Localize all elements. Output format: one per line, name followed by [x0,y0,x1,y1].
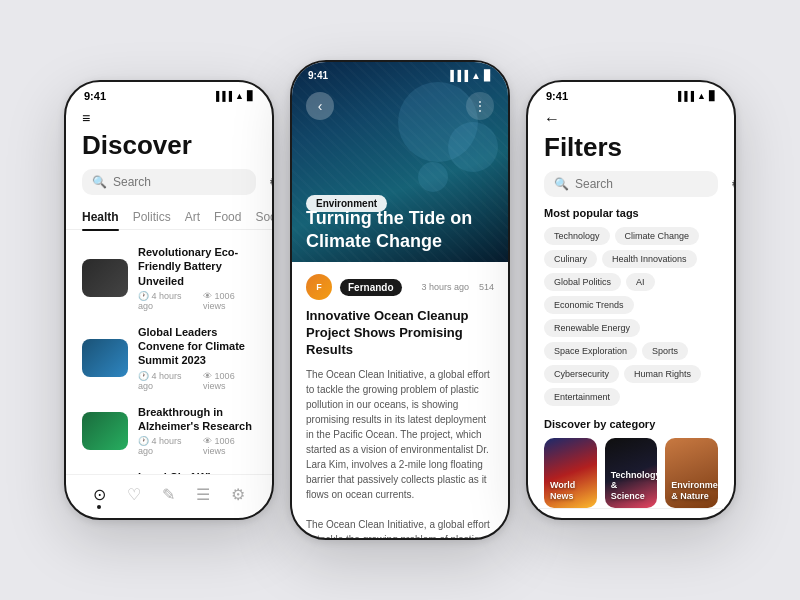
filters-search-input[interactable] [575,177,725,191]
home-nav-right[interactable]: ⊙ [555,519,568,520]
tab-food[interactable]: Food [214,205,241,229]
phone-filters: 9:41 ▐▐▐ ▲ ▊ ← Filters 🔍 ⚙ Most popular … [526,80,736,520]
article-views: 514 [479,282,494,292]
hero-controls: ‹ ⋮ [306,92,494,120]
status-time-center: 9:41 [308,70,328,81]
filters-search-icon: 🔍 [554,177,569,191]
news-info-2: Global Leaders Convene for Climate Summi… [138,325,256,391]
article-body: The Ocean Clean Initiative, a global eff… [306,367,494,538]
news-item-4[interactable]: Local Chef Wins International Culinary A… [66,463,272,474]
categories-section-label: Discover by category [528,418,734,430]
write-nav-right[interactable]: ✎ [624,519,637,520]
tag-health-innovations[interactable]: Health Innovations [602,250,697,268]
article-hero: 9:41 ▐▐▐ ▲ ▊ ‹ ⋮ Environment Turning the… [292,62,508,262]
news-item-1[interactable]: Revolutionary Eco-Friendly Battery Unvei… [66,238,272,318]
status-icons-left: ▐▐▐ ▲ ▊ [213,91,254,101]
tag-entertainment[interactable]: Entertainment [544,388,620,406]
battery-icon: ▊ [247,91,254,101]
news-thumb-3 [82,412,128,450]
category-world-news[interactable]: World News [544,438,597,508]
tag-ai[interactable]: AI [626,273,655,291]
discover-search-bar: 🔍 ⚙ [82,169,256,195]
news-views-1: 👁 1006 views [203,291,256,311]
article-meta: 3 hours ago 514 [421,282,494,292]
back-button[interactable]: ‹ [306,92,334,120]
tag-cybersecurity[interactable]: Cybersecurity [544,365,619,383]
signal-icon-right: ▐▐▐ [675,91,694,101]
search-input[interactable] [113,175,263,189]
filters-search-bar: 🔍 ⚙ [544,171,718,197]
article-hero-title: Turning the Tide on Climate Change [306,207,494,252]
discover-title: Discover [82,130,256,161]
settings-nav-right[interactable]: ⚙ [693,519,707,520]
news-item-3[interactable]: Breakthrough in Alzheimer's Research 🕐 4… [66,398,272,464]
article-content: F Fernando 3 hours ago 514 Innovative Oc… [292,262,508,538]
tag-climate-change[interactable]: Climate Change [615,227,700,245]
category-cards: World News Technology & Science Environm… [544,438,718,508]
tag-sports[interactable]: Sports [642,342,688,360]
signal-icon-center: ▐▐▐ [447,70,468,81]
tag-economic-trends[interactable]: Economic Trends [544,296,634,314]
hamburger-menu[interactable]: ≡ [82,110,256,126]
article-headline: Innovative Ocean Cleanup Project Shows P… [306,308,494,359]
tab-health[interactable]: Health [82,205,119,229]
tag-culinary[interactable]: Culinary [544,250,597,268]
status-time-right: 9:41 [546,90,568,102]
search-icon: 🔍 [92,175,107,189]
home-nav-icon[interactable]: ⊙ [93,485,106,504]
status-icons-right: ▐▐▐ ▲ ▊ [675,91,716,101]
tag-global-politics[interactable]: Global Politics [544,273,621,291]
tab-social[interactable]: Social [255,205,274,229]
tag-renewable-energy[interactable]: Renewable Energy [544,319,640,337]
likes-nav-icon[interactable]: ♡ [127,485,141,504]
news-thumb-2 [82,339,128,377]
category-env-label: Environment & Nature [671,480,712,502]
tags-section-label: Most popular tags [528,207,734,219]
news-views-2: 👁 1006 views [203,371,256,391]
news-info-1: Revolutionary Eco-Friendly Battery Unvei… [138,245,256,311]
news-title-3: Breakthrough in Alzheimer's Research [138,405,256,434]
wifi-icon-center: ▲ [471,70,481,81]
bookmark-nav-icon[interactable]: ☰ [196,485,210,504]
filters-back-button[interactable]: ← [544,110,718,128]
filter-icon[interactable]: ⚙ [269,175,274,189]
wifi-icon: ▲ [235,91,244,101]
phone-article: 9:41 ▐▐▐ ▲ ▊ ‹ ⋮ Environment Turning the… [290,60,510,540]
news-title-2: Global Leaders Convene for Climate Summi… [138,325,256,368]
signal-icon: ▐▐▐ [213,91,232,101]
tags-grid: Technology Climate Change Culinary Healt… [544,227,718,406]
tag-space-exploration[interactable]: Space Exploration [544,342,637,360]
bottom-nav-left: ⊙ ♡ ✎ ☰ ⚙ [66,474,272,518]
more-button[interactable]: ⋮ [466,92,494,120]
categories-section: World News Technology & Science Environm… [528,438,734,508]
news-info-3: Breakthrough in Alzheimer's Research 🕐 4… [138,405,256,457]
tab-art[interactable]: Art [185,205,200,229]
tab-politics[interactable]: Politics [133,205,171,229]
tabs-row: Health Politics Art Food Social [66,205,272,230]
author-row: F Fernando 3 hours ago 514 [306,274,494,300]
filters-title: Filters [544,132,718,163]
status-bar-center: 9:41 ▐▐▐ ▲ ▊ [292,62,508,85]
tag-human-rights[interactable]: Human Rights [624,365,701,383]
category-world-label: World News [550,480,591,502]
settings-nav-icon[interactable]: ⚙ [231,485,245,504]
write-nav-icon[interactable]: ✎ [162,485,175,504]
news-item-2[interactable]: Global Leaders Convene for Climate Summi… [66,318,272,398]
news-time-2: 🕐 4 hours ago [138,371,195,391]
news-thumb-1 [82,259,128,297]
news-meta-3: 🕐 4 hours ago 👁 1006 views [138,436,256,456]
category-tech-label: Technology & Science [611,470,652,502]
likes-nav-right[interactable]: ♡ [589,519,603,520]
category-technology[interactable]: Technology & Science [605,438,658,508]
wifi-icon-right: ▲ [697,91,706,101]
filters-settings-icon[interactable]: ⚙ [731,177,736,191]
news-views-3: 👁 1006 views [203,436,256,456]
tags-section: Technology Climate Change Culinary Healt… [528,227,734,406]
phone-discover: 9:41 ▐▐▐ ▲ ▊ ≡ Discover 🔍 ⚙ Health Polit… [64,80,274,520]
category-environment[interactable]: Environment & Nature [665,438,718,508]
tag-technology[interactable]: Technology [544,227,610,245]
bookmark-nav-right[interactable]: ☰ [658,519,672,520]
news-list: Revolutionary Eco-Friendly Battery Unvei… [66,230,272,474]
battery-icon-right: ▊ [709,91,716,101]
status-bar-left: 9:41 ▐▐▐ ▲ ▊ [66,82,272,106]
